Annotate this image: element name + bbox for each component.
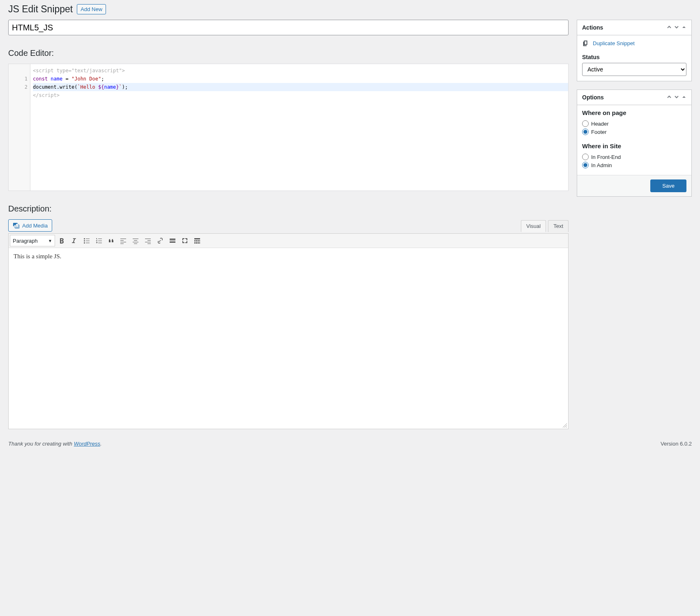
align-left-button[interactable] xyxy=(117,235,129,246)
panel-toggle-icon[interactable] xyxy=(682,94,686,101)
readmore-button[interactable] xyxy=(167,235,178,246)
radio-header[interactable]: Header xyxy=(582,120,686,127)
code-editor-heading: Code Editor: xyxy=(8,48,569,58)
save-button[interactable]: Save xyxy=(650,179,686,192)
description-heading: Description: xyxy=(8,204,569,214)
panel-toggle-icon[interactable] xyxy=(682,25,686,31)
wysiwyg-content[interactable]: This is a simple JS. xyxy=(9,248,568,429)
panel-down-icon[interactable] xyxy=(674,94,679,101)
snippet-title-input[interactable] xyxy=(8,20,569,35)
options-panel: Options Where on page Header xyxy=(577,90,692,197)
footer: Thank you for creating with WordPress. V… xyxy=(0,433,700,453)
chevron-down-icon: ▼ xyxy=(48,239,52,243)
format-select[interactable]: Paragraph ▼ xyxy=(10,235,55,246)
where-on-page-heading: Where on page xyxy=(582,109,686,116)
actions-panel-title: Actions xyxy=(582,24,603,31)
panel-up-icon[interactable] xyxy=(667,94,672,101)
bold-button[interactable] xyxy=(56,235,67,246)
blockquote-button[interactable] xyxy=(105,235,117,246)
add-new-button[interactable]: Add New xyxy=(77,4,106,14)
code-gutter: 1 2 xyxy=(9,64,30,191)
media-icon xyxy=(13,222,20,229)
radio-footer[interactable]: Footer xyxy=(582,129,686,135)
add-media-button[interactable]: Add Media xyxy=(8,219,52,232)
wysiwyg-toolbar: Paragraph ▼ xyxy=(9,234,568,248)
status-select[interactable]: Active xyxy=(582,63,686,76)
tab-text[interactable]: Text xyxy=(548,220,569,232)
svg-rect-3 xyxy=(198,240,199,241)
link-button[interactable] xyxy=(154,235,166,246)
panel-down-icon[interactable] xyxy=(674,25,679,31)
radio-admin[interactable]: In Admin xyxy=(582,162,686,168)
line-number: 2 xyxy=(9,83,28,91)
code-area[interactable]: <script type="text/javascript"> const na… xyxy=(30,64,568,191)
wordpress-link[interactable]: WordPress xyxy=(74,441,100,447)
status-label: Status xyxy=(582,54,686,60)
line-number: 1 xyxy=(9,75,28,83)
fullscreen-button[interactable] xyxy=(179,235,191,246)
where-in-site-heading: Where in Site xyxy=(582,143,686,149)
align-center-button[interactable] xyxy=(130,235,141,246)
radio-frontend[interactable]: In Front-End xyxy=(582,154,686,160)
page-title: JS Edit Snippet xyxy=(8,4,73,15)
italic-button[interactable] xyxy=(68,235,80,246)
actions-panel: Actions Duplicate Snippet Status Active xyxy=(577,20,692,81)
numbered-list-button[interactable] xyxy=(93,235,104,246)
svg-rect-1 xyxy=(194,240,196,241)
svg-rect-7 xyxy=(198,242,199,244)
version-label: Version 6.0.2 xyxy=(661,441,692,447)
svg-rect-5 xyxy=(194,242,196,244)
svg-rect-4 xyxy=(199,240,200,241)
bullet-list-button[interactable] xyxy=(81,235,92,246)
code-editor[interactable]: 1 2 <script type="text/javascript"> cons… xyxy=(8,64,569,191)
options-panel-title: Options xyxy=(582,94,604,101)
svg-rect-6 xyxy=(196,242,197,244)
duplicate-icon xyxy=(582,39,589,47)
resize-handle-icon[interactable] xyxy=(562,423,568,428)
tab-visual[interactable]: Visual xyxy=(521,220,546,232)
align-right-button[interactable] xyxy=(142,235,154,246)
duplicate-snippet-link[interactable]: Duplicate Snippet xyxy=(582,39,635,47)
panel-up-icon[interactable] xyxy=(667,25,672,31)
toolbar-toggle-button[interactable] xyxy=(191,235,203,246)
wysiwyg-editor: Paragraph ▼ This xyxy=(8,233,569,429)
code-open-tag: <script type="text/javascript"> xyxy=(33,68,125,74)
svg-rect-8 xyxy=(199,242,200,244)
svg-rect-0 xyxy=(194,238,200,239)
svg-rect-2 xyxy=(196,240,197,241)
code-close-tag: </script> xyxy=(33,92,60,98)
